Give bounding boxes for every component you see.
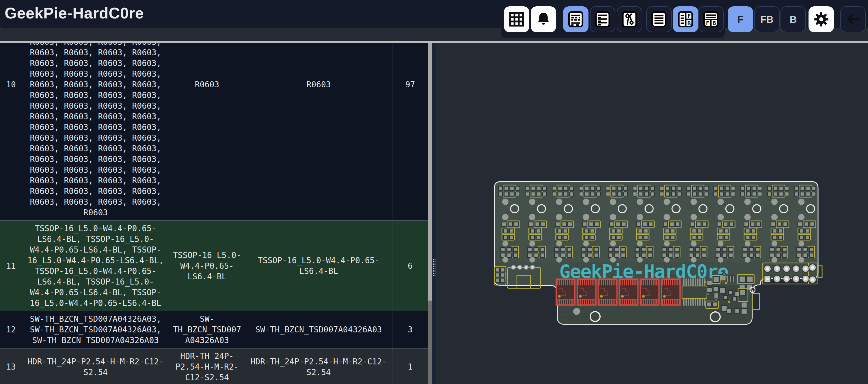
splitter-grip-dot <box>433 264 434 265</box>
bom-ungrouped-view-button[interactable] <box>590 6 615 32</box>
bom-quantity: 97 <box>392 43 428 220</box>
svg-text:F: F <box>687 13 691 19</box>
stats-grid-icon <box>508 10 526 28</box>
layout-split-vertical-icon: FB <box>702 10 720 28</box>
bom-ungrouped-view-icon <box>594 10 612 28</box>
settings-icon <box>812 10 830 28</box>
bom-grouped-view-button[interactable] <box>563 6 588 32</box>
splitter-grip-dot <box>433 261 434 263</box>
stats-grid-button[interactable] <box>504 6 529 32</box>
splitter-grip-dot <box>435 273 435 274</box>
bom-row-13[interactable]: 13HDR-TH_24P-P2.54-H-M-R2-C12-S2.54HDR-T… <box>0 349 428 384</box>
splitter-grip-dot <box>435 266 435 267</box>
bom-scrollbar-track[interactable] <box>428 43 432 384</box>
splitter-grip-dot <box>435 259 435 260</box>
layout-bom-only-icon <box>650 10 668 28</box>
splitter-grip-dot <box>433 273 434 274</box>
splitter-grip-dot <box>433 268 434 269</box>
layout-split-horizontal-icon: FB <box>677 10 694 28</box>
bom-references: SW-TH_BZCN_TSD007A04326A03, SW-TH_BZCN_T… <box>22 311 169 348</box>
bom-row-12[interactable]: 12SW-TH_BZCN_TSD007A04326A03, SW-TH_BZCN… <box>0 311 428 349</box>
splitter-grip-dot <box>435 268 435 269</box>
bom-row-number: 11 <box>0 221 22 311</box>
layer-front-back-label: FB <box>760 14 773 25</box>
bom-value: HDR-TH_24P-P2.54-H-M-R2-C12-S2.54 <box>169 349 245 384</box>
bom-footprint: TSSOP-16_L5.0-W4.4-P0.65-LS6.4-BL <box>245 221 392 311</box>
layout-split-horizontal-button[interactable]: FB <box>673 6 698 32</box>
bom-row-11[interactable]: 11TSSOP-16_L5.0-W4.4-P0.65-LS6.4-BL, TSS… <box>0 221 428 311</box>
layer-front-button[interactable]: F <box>728 6 753 32</box>
svg-text:F: F <box>706 20 710 27</box>
bom-quantity: 1 <box>392 349 428 384</box>
page-title: GeekPie-HardC0re <box>5 4 144 22</box>
svg-text:B: B <box>712 20 716 27</box>
bom-table: 10R0603, R0603, R0603, R0603, R0603, R06… <box>0 43 428 384</box>
splitter-grip-dot <box>435 270 435 272</box>
bom-quantity: 6 <box>392 221 428 311</box>
bom-quantity: 3 <box>392 311 428 348</box>
netlist-view-icon <box>621 10 639 28</box>
bom-row-number: 10 <box>0 43 22 220</box>
bom-footprint: SW-TH_BZCN_TSD007A04326A03 <box>245 311 392 348</box>
bom-row-number: 13 <box>0 349 22 384</box>
bom-grouped-view-icon <box>567 10 585 28</box>
pcb-render[interactable]: GeekPie-HardC0re123456789101112IR <box>436 43 868 384</box>
horizontal-rule <box>0 41 868 43</box>
svg-text:B: B <box>687 20 691 27</box>
netlist-view-button[interactable] <box>617 6 642 32</box>
bom-row-10[interactable]: 10R0603, R0603, R0603, R0603, R0603, R06… <box>0 43 428 221</box>
layout-split-vertical-button[interactable]: FB <box>698 6 724 32</box>
layer-front-label: F <box>738 14 744 25</box>
notifications-button[interactable] <box>531 6 556 32</box>
splitter-grip-dot <box>433 259 434 260</box>
bom-value: SW-TH_BZCN_TSD007A04326A03 <box>169 311 245 348</box>
bom-references: TSSOP-16_L5.0-W4.4-P0.65-LS6.4-BL, TSSOP… <box>22 221 169 311</box>
bom-value: TSSOP-16_L5.0-W4.4-P0.65-LS6.4-BL <box>169 221 245 311</box>
splitter-grip-dot <box>433 270 434 272</box>
collapse-toolbar-button[interactable] <box>840 6 866 32</box>
pcb-pin-number: 123456789101112IR <box>573 308 580 315</box>
splitter-grip-dot <box>433 266 434 267</box>
panel-splitter-handle[interactable] <box>432 43 436 384</box>
splitter-grip-dot <box>435 261 435 263</box>
layer-back-button[interactable]: B <box>780 6 806 32</box>
splitter-grip-dot <box>435 275 435 276</box>
splitter-grip-dot <box>435 264 435 265</box>
layout-bom-only-button[interactable] <box>646 6 672 32</box>
layer-back-label: B <box>790 14 797 25</box>
splitter-grip-dot <box>433 275 434 276</box>
bom-row-number: 12 <box>0 311 22 348</box>
bom-footprint: HDR-TH_24P-P2.54-H-M-R2-C12-S2.54 <box>245 349 392 384</box>
notifications-icon <box>534 10 552 28</box>
layer-front-back-button[interactable]: FB <box>754 6 780 32</box>
bom-panel: 10R0603, R0603, R0603, R0603, R0603, R06… <box>0 43 428 384</box>
bom-scrollbar-thumb[interactable] <box>428 301 432 384</box>
bom-references: R0603, R0603, R0603, R0603, R0603, R0603… <box>22 43 169 220</box>
bom-references: HDR-TH_24P-P2.54-H-M-R2-C12-S2.54 <box>22 349 169 384</box>
settings-button[interactable] <box>808 6 834 32</box>
bom-footprint: R0603 <box>245 43 392 220</box>
bom-value: R0603 <box>169 43 245 220</box>
ibom-app: GeekPie-HardC0re FBFBFFBB 10R0603, R0603… <box>0 0 868 384</box>
collapse-toolbar-icon <box>844 10 862 28</box>
